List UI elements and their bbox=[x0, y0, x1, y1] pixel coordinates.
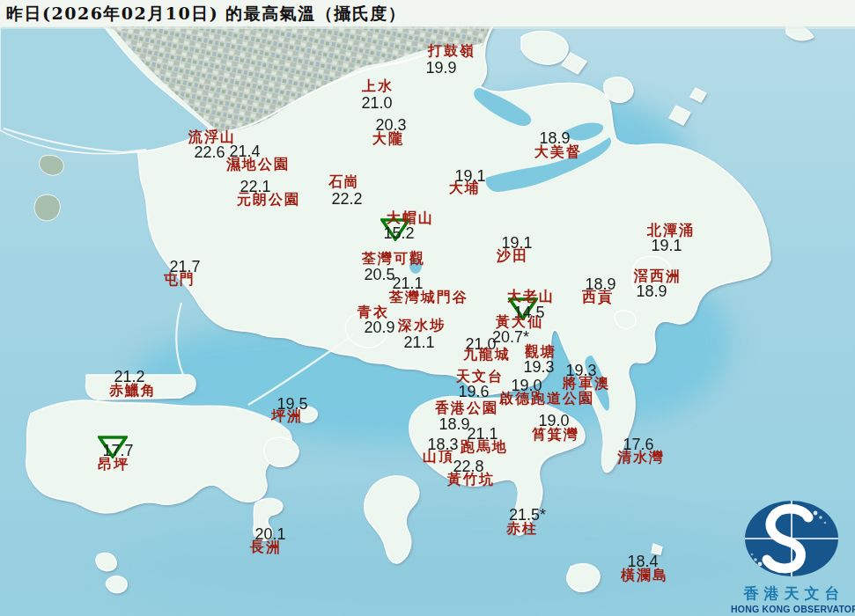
station-name: 深水埗 bbox=[398, 317, 446, 335]
station-value: 19.9 bbox=[425, 59, 456, 77]
station-name: 筲箕灣 bbox=[532, 426, 579, 444]
station-name: 清水灣 bbox=[617, 449, 665, 467]
station-value: 18.9 bbox=[439, 415, 469, 434]
station-name: 啟德跑道公園 bbox=[499, 390, 594, 408]
station-name: 北潭涌 bbox=[647, 222, 695, 240]
station-name: 黃竹坑 bbox=[447, 471, 495, 489]
station-name: 荃灣可觀 bbox=[362, 250, 425, 268]
station-name: 大老山 bbox=[507, 288, 555, 306]
station-name: 跑馬地 bbox=[461, 438, 508, 457]
island-soko-2 bbox=[106, 576, 127, 593]
station-name: 大美督 bbox=[534, 143, 582, 162]
station-name: 長洲 bbox=[250, 539, 282, 557]
station-name: 大隴 bbox=[372, 130, 404, 149]
map-title: 昨日(2026年02月10日) 的最高氣溫（攝氏度） bbox=[6, 3, 406, 26]
station-name: 赤柱 bbox=[506, 520, 538, 539]
station-name: 天文台 bbox=[456, 368, 504, 386]
station-value: 21.1 bbox=[403, 334, 434, 352]
max-temperature-map: 昨日(2026年02月10日) 的最高氣溫（攝氏度） 19.9打鼓嶺21.0上水… bbox=[0, 0, 855, 616]
station-value: 20.5 bbox=[364, 266, 394, 284]
station-name: 上水 bbox=[362, 77, 394, 96]
station-name: 坪洲 bbox=[271, 407, 303, 426]
station-name: 大帽山 bbox=[387, 209, 434, 228]
station-name: 元朗公園 bbox=[237, 191, 300, 209]
island-kat-o bbox=[604, 77, 633, 103]
station-name: 觀塘 bbox=[525, 343, 556, 362]
hko-logo: 香港天文台 HONG KONG OBSERVATORY bbox=[731, 498, 852, 614]
station-name: 橫瀾島 bbox=[621, 567, 668, 585]
station-name: 濕地公園 bbox=[226, 156, 290, 174]
station-name: 滘西洲 bbox=[634, 268, 682, 286]
station-name: 山頂 bbox=[423, 448, 454, 466]
station-value: 21.0 bbox=[361, 94, 392, 113]
station-name: 香港公園 bbox=[435, 400, 498, 418]
island-soko-1 bbox=[96, 553, 116, 570]
island-lantau bbox=[26, 400, 292, 513]
title-strip-fade bbox=[0, 26, 855, 29]
station-name: 青衣 bbox=[357, 304, 389, 322]
station-name: 石崗 bbox=[328, 173, 360, 192]
station-name: 打鼓嶺 bbox=[428, 42, 475, 61]
hko-emblem-icon bbox=[738, 498, 845, 579]
island-po-toi bbox=[567, 564, 600, 592]
hong-kong-base-map bbox=[0, 0, 855, 616]
station-name: 赤鱲角 bbox=[109, 382, 157, 400]
station-value: 22.2 bbox=[331, 190, 362, 209]
station-name: 昂坪 bbox=[98, 456, 129, 474]
station-name: 荃灣城門谷 bbox=[389, 289, 468, 307]
island-hei-ling-chau bbox=[264, 437, 299, 466]
logo-english-text: HONG KONG OBSERVATORY bbox=[731, 604, 852, 614]
station-name: 九龍城 bbox=[463, 346, 511, 364]
station-name: 西貢 bbox=[582, 289, 614, 307]
station-name: 黃大仙 bbox=[496, 313, 543, 332]
station-name: 沙田 bbox=[497, 247, 528, 266]
logo-chinese-text: 香港天文台 bbox=[731, 583, 852, 604]
station-name: 屯門 bbox=[164, 271, 195, 290]
deep-bay-islet-2 bbox=[34, 194, 60, 221]
station-name: 大埔 bbox=[449, 180, 481, 198]
